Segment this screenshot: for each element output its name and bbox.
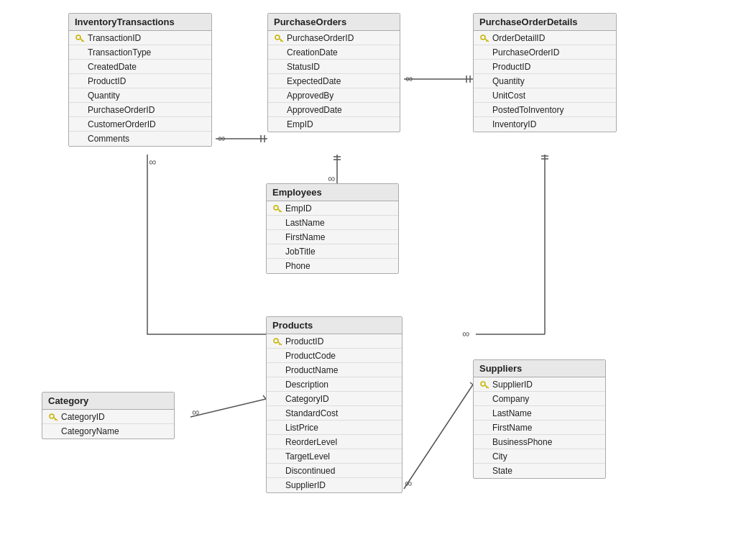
field-row: ProductID (267, 334, 402, 349)
table-header-inventory-transactions: InventoryTransactions (69, 14, 211, 31)
field-label: CategoryName (61, 426, 119, 436)
field-row: StandardCost (267, 406, 402, 421)
field-row: Description (267, 377, 402, 392)
svg-text:∞: ∞ (405, 477, 412, 489)
field-label: PostedToInventory (492, 105, 564, 115)
field-row: CategoryID (267, 392, 402, 406)
field-label: CreatedDate (88, 62, 137, 72)
svg-line-20 (190, 399, 266, 417)
field-label: ListPrice (285, 423, 318, 433)
field-row: StatusID (268, 60, 400, 74)
field-label: Quantity (492, 76, 525, 86)
field-label: InventoryID (492, 119, 536, 129)
field-row: EmpID (267, 201, 398, 216)
field-label: PurchaseOrderID (287, 33, 354, 43)
svg-text:∞: ∞ (328, 173, 335, 184)
field-label: ApprovedBy (287, 91, 334, 101)
field-row: TransactionID (69, 31, 211, 45)
field-row: FirstName (267, 230, 398, 244)
field-label: Phone (285, 261, 310, 271)
table-purchase-order-details: PurchaseOrderDetails OrderDetailID Purch… (473, 13, 617, 132)
table-header-products: Products (267, 317, 402, 334)
field-row: JobTitle (267, 244, 398, 259)
svg-text:∞: ∞ (405, 73, 413, 84)
field-label: PurchaseOrderID (88, 105, 155, 115)
field-label: JobTitle (285, 247, 316, 257)
table-category: Category CategoryID CategoryName (42, 392, 175, 439)
field-row: CategoryName (42, 424, 174, 439)
field-row: Comments (69, 132, 211, 146)
field-row: ProductCode (267, 349, 402, 363)
field-row: Quantity (69, 88, 211, 103)
field-row: ProductID (69, 74, 211, 88)
svg-text:∞: ∞ (149, 156, 156, 167)
field-row: Quantity (474, 74, 616, 88)
field-row: FirstName (474, 421, 605, 435)
field-row: ProductName (267, 363, 402, 377)
field-row: Phone (267, 259, 398, 273)
field-label: ProductName (285, 365, 338, 375)
field-label: Discontinued (285, 466, 335, 476)
field-label: ProductID (88, 76, 126, 86)
key-icon (75, 33, 85, 43)
field-label: FirstName (492, 423, 532, 433)
field-row: ExpectedDate (268, 74, 400, 88)
field-row: ApprovedBy (268, 88, 400, 103)
field-row: CustomerOrderID (69, 117, 211, 132)
key-icon (479, 33, 489, 43)
table-inventory-transactions: InventoryTransactions TransactionID Tran… (68, 13, 212, 147)
field-label: OrderDetailID (492, 33, 545, 43)
svg-text:∞: ∞ (192, 406, 199, 418)
field-row: ApprovedDate (268, 103, 400, 117)
field-label: LastName (492, 408, 532, 418)
svg-text:∞: ∞ (462, 328, 469, 339)
field-row: LastName (267, 216, 398, 230)
table-header-employees: Employees (267, 184, 398, 201)
field-label: CustomerOrderID (88, 119, 156, 129)
field-row: ListPrice (267, 421, 402, 435)
svg-line-23 (404, 385, 473, 489)
table-products: Products ProductID ProductCode ProductNa… (266, 316, 402, 493)
field-label: Comments (88, 134, 129, 144)
field-row: InventoryID (474, 117, 616, 132)
field-label: TransactionType (88, 47, 151, 58)
field-label: CategoryID (61, 412, 105, 422)
field-row: TargetLevel (267, 449, 402, 464)
field-label: StandardCost (285, 408, 338, 418)
table-header-purchase-order-details: PurchaseOrderDetails (474, 14, 616, 31)
diagram-canvas: ∞ ∞ ∞ ∞ ∞ ∞ (0, 0, 736, 560)
field-row: CategoryID (42, 410, 174, 424)
field-row: EmpID (268, 117, 400, 132)
field-label: UnitCost (492, 91, 525, 101)
table-purchase-orders: PurchaseOrders PurchaseOrderID CreationD… (267, 13, 400, 132)
field-label: ProductID (285, 336, 323, 346)
key-icon (272, 203, 282, 214)
field-label: CreationDate (287, 47, 338, 58)
field-row: BusinessPhone (474, 435, 605, 449)
field-row: Discontinued (267, 464, 402, 478)
field-label: TransactionID (88, 33, 141, 43)
field-label: ApprovedDate (287, 105, 342, 115)
field-label: Description (285, 380, 328, 390)
field-row: ReorderLevel (267, 435, 402, 449)
field-label: SupplierID (492, 380, 533, 390)
key-icon (272, 336, 282, 346)
table-header-purchase-orders: PurchaseOrders (268, 14, 400, 31)
field-label: BusinessPhone (492, 437, 552, 447)
field-row: CreationDate (268, 45, 400, 60)
field-row: PostedToInventory (474, 103, 616, 117)
key-icon (274, 33, 284, 43)
field-row: PurchaseOrderID (268, 31, 400, 45)
field-label: FirstName (285, 232, 325, 242)
field-label: City (492, 451, 507, 462)
field-label: StatusID (287, 62, 320, 72)
field-label: ReorderLevel (285, 437, 337, 447)
table-suppliers: Suppliers SupplierID Company LastName Fi… (473, 359, 606, 479)
field-label: ProductCode (285, 351, 336, 361)
field-row: PurchaseOrderID (69, 103, 211, 117)
field-row: CreatedDate (69, 60, 211, 74)
field-label: ExpectedDate (287, 76, 341, 86)
table-employees: Employees EmpID LastName FirstName JobTi… (266, 183, 399, 274)
field-row: UnitCost (474, 88, 616, 103)
field-label: CategoryID (285, 394, 329, 404)
